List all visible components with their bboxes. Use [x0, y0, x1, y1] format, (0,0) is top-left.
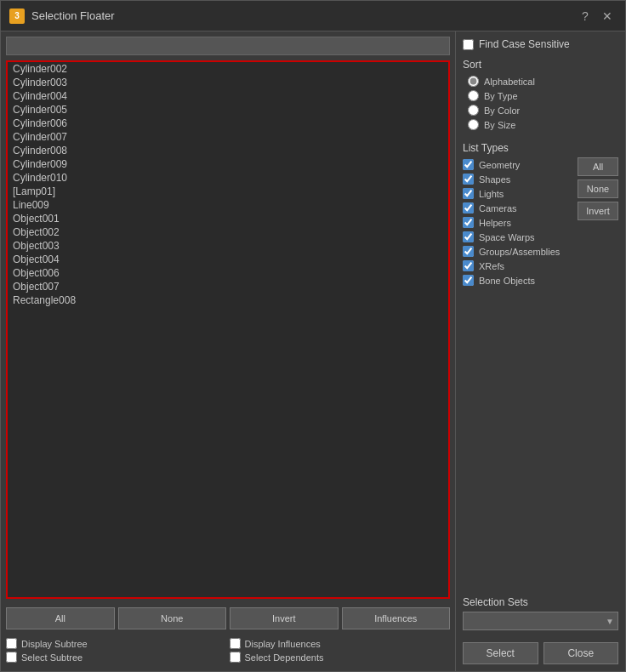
selection-sets-label: Selection Sets	[463, 596, 618, 608]
type-helpers-row: Helpers	[463, 215, 578, 230]
sort-alphabetical-radio[interactable]	[468, 76, 479, 87]
type-shapes-checkbox[interactable]	[463, 174, 474, 185]
main-window: 3 Selection Floater ? ✕ Cylinder002Cylin…	[0, 0, 626, 672]
selection-sets-dropdown[interactable]: ▼	[463, 612, 618, 630]
right-panel: Find Case Sensitive Sort Alphabetical By…	[455, 31, 625, 671]
none-button[interactable]: None	[118, 607, 227, 629]
list-item[interactable]: Cylinder008	[8, 144, 448, 157]
listtype-all-button[interactable]: All	[578, 157, 618, 176]
type-xrefs-checkbox[interactable]	[463, 260, 474, 271]
window-controls: ? ✕	[576, 7, 617, 26]
invert-button[interactable]: Invert	[230, 607, 339, 629]
select-subtree-checkbox[interactable]	[6, 652, 17, 663]
action-buttons: Select Close	[463, 635, 618, 664]
app-icon: 3	[9, 9, 25, 24]
option-checkboxes: Display Subtree Display Influences Selec…	[6, 638, 450, 666]
list-item[interactable]: Line009	[8, 198, 448, 212]
list-types-checkboxes: Geometry Shapes Lights Cameras	[463, 157, 578, 288]
close-button[interactable]: ✕	[598, 7, 617, 26]
display-influences-checkbox[interactable]	[230, 638, 241, 649]
display-influences-label[interactable]: Display Influences	[230, 638, 451, 649]
type-cameras-row: Cameras	[463, 201, 578, 215]
sort-bycolor-row: By Color	[463, 103, 618, 117]
list-item[interactable]: Object004	[8, 253, 448, 266]
dropdown-arrow-icon: ▼	[606, 617, 614, 626]
list-types-section: List Types Geometry Shapes L	[463, 142, 618, 288]
search-input[interactable]	[6, 37, 450, 55]
select-subtree-label[interactable]: Select Subtree	[6, 652, 227, 663]
display-subtree-checkbox[interactable]	[6, 638, 17, 649]
selection-sets-section: Selection Sets ▼	[463, 596, 618, 630]
sort-bytype-radio[interactable]	[468, 90, 479, 101]
content-area: Cylinder002Cylinder003Cylinder004Cylinde…	[1, 31, 625, 671]
select-dependents-checkbox[interactable]	[230, 652, 241, 663]
select-dependents-label[interactable]: Select Dependents	[230, 652, 451, 663]
list-types-container: Geometry Shapes Lights Cameras	[463, 157, 618, 288]
list-item[interactable]: Cylinder005	[8, 103, 448, 117]
find-case-sensitive-label[interactable]: Find Case Sensitive	[463, 38, 618, 50]
type-cameras-checkbox[interactable]	[463, 202, 474, 214]
list-item[interactable]: Cylinder002	[8, 62, 448, 76]
list-types-label: List Types	[463, 142, 618, 154]
type-xrefs-row: XRefs	[463, 259, 578, 273]
type-lights-checkbox[interactable]	[463, 188, 474, 199]
window-title: Selection Floater	[31, 9, 576, 22]
type-lights-row: Lights	[463, 186, 578, 201]
type-groups-row: Groups/Assemblies	[463, 244, 578, 259]
list-action-buttons: All None Invert Influences	[6, 604, 450, 633]
list-item[interactable]: Cylinder010	[8, 171, 448, 185]
type-geometry-checkbox[interactable]	[463, 159, 474, 170]
list-item[interactable]: Rectangle008	[8, 293, 448, 307]
sort-section: Sort Alphabetical By Type By Color By Si…	[463, 59, 618, 132]
sort-bysize-row: By Size	[463, 117, 618, 132]
sort-label: Sort	[463, 59, 618, 71]
list-item[interactable]: Object007	[8, 280, 448, 293]
list-item[interactable]: Object006	[8, 266, 448, 280]
listtype-invert-button[interactable]: Invert	[578, 202, 618, 220]
sort-bytype-row: By Type	[463, 88, 618, 103]
type-geometry-row: Geometry	[463, 157, 578, 172]
list-item[interactable]: Cylinder009	[8, 157, 448, 171]
list-item[interactable]: Cylinder003	[8, 76, 448, 89]
list-item[interactable]: Cylinder006	[8, 117, 448, 130]
sort-bysize-radio[interactable]	[468, 119, 479, 130]
title-bar: 3 Selection Floater ? ✕	[1, 1, 625, 31]
left-panel: Cylinder002Cylinder003Cylinder004Cylinde…	[1, 31, 455, 671]
all-button[interactable]: All	[6, 607, 115, 629]
type-boneobjects-row: Bone Objects	[463, 273, 578, 288]
list-item[interactable]: Object001	[8, 212, 448, 225]
close-action-button[interactable]: Close	[543, 642, 619, 664]
type-groups-checkbox[interactable]	[463, 246, 474, 257]
select-button[interactable]: Select	[463, 642, 538, 664]
type-boneobjects-checkbox[interactable]	[463, 275, 474, 286]
list-item[interactable]: Cylinder004	[8, 89, 448, 103]
list-item[interactable]: Cylinder007	[8, 130, 448, 144]
type-shapes-row: Shapes	[463, 172, 578, 186]
object-list[interactable]: Cylinder002Cylinder003Cylinder004Cylinde…	[6, 60, 450, 599]
type-helpers-checkbox[interactable]	[463, 217, 474, 228]
find-case-sensitive-checkbox[interactable]	[463, 39, 474, 50]
type-spacewarps-checkbox[interactable]	[463, 231, 474, 242]
listtype-none-button[interactable]: None	[578, 179, 618, 198]
sort-alphabetical-row: Alphabetical	[463, 74, 618, 88]
influences-button[interactable]: Influences	[342, 607, 451, 629]
list-type-buttons: All None Invert	[578, 157, 618, 220]
display-subtree-label[interactable]: Display Subtree	[6, 638, 227, 649]
list-item[interactable]: Object002	[8, 225, 448, 239]
help-button[interactable]: ?	[576, 7, 595, 26]
list-item[interactable]: Object003	[8, 239, 448, 253]
list-item[interactable]: [Lamp01]	[8, 185, 448, 198]
type-spacewarps-row: Space Warps	[463, 230, 578, 244]
sort-bycolor-radio[interactable]	[468, 105, 479, 116]
